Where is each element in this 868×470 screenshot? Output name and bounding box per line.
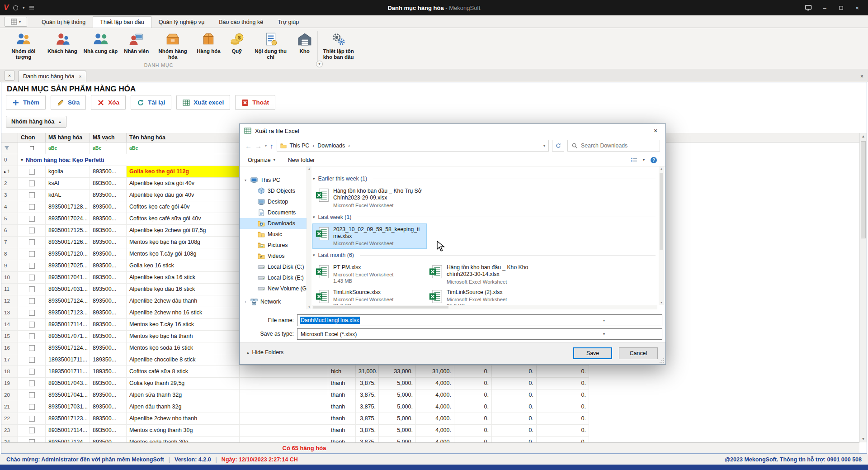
file-item[interactable]: 2023_10_02_09_59_58_keeping_time.xlsxMic…: [313, 224, 426, 249]
cell-unit[interactable]: thanh: [328, 437, 356, 442]
cell-unit[interactable]: thanh: [328, 389, 356, 401]
cell-number[interactable]: 31,000.: [416, 366, 454, 377]
expander-icon[interactable]: ▾: [243, 178, 248, 182]
cell-product-name[interactable]: Mentos kẹo soda 16 stick: [127, 342, 240, 354]
chevron-down-icon[interactable]: ▾: [23, 6, 24, 10]
cell-number[interactable]: 4,000.: [416, 401, 454, 413]
dialog-close-button[interactable]: ×: [646, 124, 665, 138]
cell-product-code[interactable]: 89350017114...: [46, 425, 90, 436]
select-cell[interactable]: [18, 178, 46, 189]
ribbon-item[interactable]: Nhân viên: [121, 31, 152, 55]
cell-barcode[interactable]: 893500...: [90, 342, 127, 354]
table-row[interactable]: 2289350017123...893500...Alpenlibe 2chew…: [1, 413, 589, 425]
file-group-header[interactable]: ▾Last week (1): [313, 213, 656, 222]
scroll-down-icon[interactable]: ▼: [860, 437, 867, 441]
select-cell[interactable]: [18, 260, 46, 271]
breadcrumb-downloads[interactable]: Downloads: [317, 142, 345, 149]
tree-scrollbar[interactable]: ▲ ▼: [307, 166, 311, 309]
folder-item[interactable]: Pictures: [240, 240, 307, 251]
folder-item[interactable]: New Volume (G:): [240, 283, 307, 294]
cell-barcode[interactable]: 893500...: [90, 178, 127, 189]
cell-number[interactable]: 3,875.: [356, 378, 379, 389]
cell-number[interactable]: 0.: [492, 366, 537, 377]
cell-product-code[interactable]: 89350017128...: [46, 201, 90, 213]
scrollbar-thumb[interactable]: [660, 173, 663, 250]
cell-number[interactable]: 3,875.: [356, 437, 379, 442]
select-cell[interactable]: [18, 307, 46, 318]
cell-product-code[interactable]: kdAL: [46, 190, 90, 201]
ribbon-collapse-button[interactable]: ▾: [316, 61, 323, 67]
table-row[interactable]: 1818935001711...189350...Cofitos café sữ…: [1, 366, 589, 378]
cell-barcode[interactable]: 893500...: [90, 260, 127, 271]
chevron-down-icon[interactable]: ▾: [643, 158, 645, 162]
cell-number[interactable]: 5,000.: [379, 437, 416, 442]
cell-empty[interactable]: [240, 378, 328, 389]
cell-product-name[interactable]: Golia kẹo 16 stick: [127, 260, 240, 271]
row-checkbox[interactable]: [29, 239, 35, 245]
cell-number[interactable]: 5,000.: [379, 425, 416, 436]
cell-empty[interactable]: [240, 425, 328, 436]
cell-product-name[interactable]: Mentos kẹo T.cây gói 108g: [127, 248, 240, 260]
scroll-up-icon[interactable]: ▲: [307, 167, 311, 170]
row-checkbox[interactable]: [29, 204, 35, 210]
cell-unit[interactable]: thanh: [328, 378, 356, 389]
cell-number[interactable]: 0.: [492, 437, 537, 442]
cell-number[interactable]: 0.: [537, 389, 589, 401]
cell-barcode[interactable]: 893500...: [90, 272, 127, 283]
cell-unit[interactable]: bịch: [328, 366, 356, 377]
cell-barcode[interactable]: 893500...: [90, 166, 127, 177]
ribbon-menu-button[interactable]: ▾: [5, 17, 27, 27]
scrollbar-thumb[interactable]: [313, 306, 448, 309]
cell-barcode[interactable]: 893500...: [90, 319, 127, 330]
select-cell[interactable]: [18, 213, 46, 224]
cell-barcode[interactable]: 893500...: [90, 295, 127, 307]
scroll-up-icon[interactable]: ▲: [860, 134, 867, 138]
help-icon[interactable]: ?: [650, 157, 657, 164]
ribbon-item[interactable]: Nhóm đối tượng: [3, 31, 44, 61]
cell-barcode[interactable]: 893500...: [90, 425, 127, 436]
close-tab-icon[interactable]: ×: [79, 74, 81, 79]
table-row[interactable]: 2089350017041...893500...Alpen sữa thanh…: [1, 389, 589, 401]
cell-product-code[interactable]: 89350017025...: [46, 260, 90, 271]
cell-product-name[interactable]: Cofitos café sữa 8 stick: [127, 366, 240, 377]
cell-number[interactable]: 0.: [537, 366, 589, 377]
file-item[interactable]: TimLinkSource.xlsxMicrosoft Excel Worksh…: [313, 287, 426, 305]
cell-product-code[interactable]: 89350017123...: [46, 413, 90, 424]
column-header-ten-hang-hoa[interactable]: Tên hàng hóa: [127, 133, 240, 142]
hide-folders-button[interactable]: ▴ Hide Folders: [247, 349, 283, 356]
row-checkbox[interactable]: [29, 275, 35, 280]
cell-product-code[interactable]: 89350017126...: [46, 237, 90, 248]
filter-ma-hang-hoa[interactable]: aBc: [46, 142, 90, 154]
file-name-input[interactable]: DanhMucHangHoa.xlsx: [297, 314, 662, 326]
cell-product-code[interactable]: 89350017120...: [46, 248, 90, 260]
cell-number[interactable]: 3,875.: [356, 413, 379, 424]
view-mode-icon[interactable]: [631, 157, 637, 163]
cancel-button[interactable]: Cancel: [619, 347, 658, 359]
ribbon-item[interactable]: Thiết lập tồn kho ban đầu: [318, 31, 359, 61]
cell-barcode[interactable]: 189350...: [90, 366, 127, 377]
scrollbar-thumb[interactable]: [861, 141, 866, 238]
cell-number[interactable]: 3,875.: [356, 389, 379, 401]
cell-barcode[interactable]: 893500...: [90, 225, 127, 236]
cell-empty[interactable]: [240, 401, 328, 413]
cell-number[interactable]: 0.: [537, 413, 589, 424]
select-cell[interactable]: [18, 413, 46, 424]
cell-product-code[interactable]: 89350017123...: [46, 307, 90, 318]
select-cell[interactable]: [18, 378, 46, 389]
ribbon-item[interactable]: Nhà cung cấp: [80, 31, 121, 55]
row-checkbox[interactable]: [29, 392, 35, 398]
select-cell[interactable]: [18, 319, 46, 330]
row-checkbox[interactable]: [29, 322, 35, 328]
cell-product-code[interactable]: 18935001711...: [46, 366, 90, 377]
column-header-ma-hang-hoa[interactable]: Mã hàng hóa: [46, 133, 90, 142]
table-row[interactable]: 1989350017043...893500...Golia kẹo thanh…: [1, 378, 589, 389]
ribbon-item[interactable]: Hàng hóa: [193, 31, 223, 55]
cell-number[interactable]: 0.: [492, 425, 537, 436]
select-cell[interactable]: [18, 354, 46, 366]
list-scrollbar[interactable]: ▲ ▼: [659, 166, 664, 305]
cell-product-code[interactable]: 89350017041...: [46, 272, 90, 283]
select-cell[interactable]: [18, 272, 46, 283]
cell-product-name[interactable]: Alpenlibe kẹo sữa gói 40v: [127, 178, 240, 189]
cell-product-name[interactable]: Cofitos kẹo café sữa gói 40v: [127, 213, 240, 224]
folder-item[interactable]: ♪Music: [240, 229, 307, 240]
